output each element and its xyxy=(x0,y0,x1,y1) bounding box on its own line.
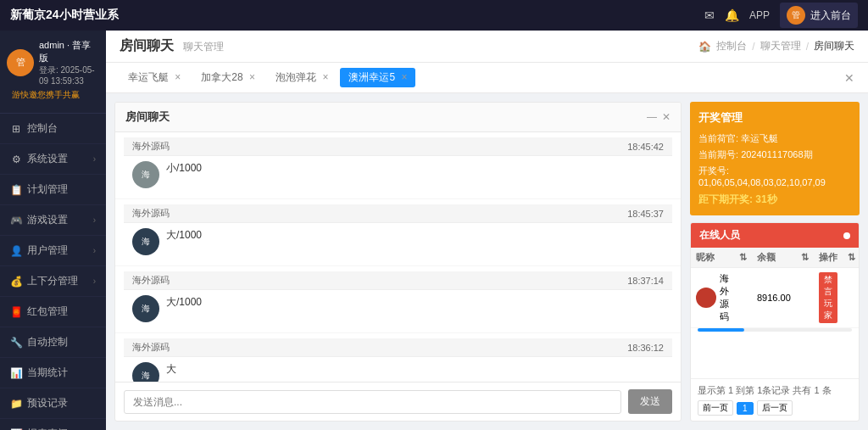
breadcrumb: 🏠 控制台 / 聊天管理 / 房间聊天 xyxy=(698,39,854,53)
content-area: 房间聊天 聊天管理 🏠 控制台 / 聊天管理 / 房间聊天 幸运飞艇 × 加拿大… xyxy=(106,31,868,430)
online-users-panel: 在线人员 昵称 ⇅ 余额 ⇅ 操作 xyxy=(690,222,860,422)
tab-close-icon[interactable]: × xyxy=(322,71,328,83)
tab-aozhouxingyun5[interactable]: 澳洲幸运5 × xyxy=(340,68,415,87)
online-status-dot xyxy=(843,232,850,239)
page-title: 房间聊天 xyxy=(120,38,174,53)
mute-player-btn[interactable]: 禁言玩家 xyxy=(819,272,837,323)
page-header: 房间聊天 聊天管理 🏠 控制台 / 聊天管理 / 房间聊天 xyxy=(106,31,868,63)
msg-time-1: 18:45:42 xyxy=(627,142,664,152)
online-user-row-1: 海外源码 8916.00 禁言玩家 xyxy=(691,268,859,328)
online-user-avatar xyxy=(696,288,716,308)
open-mgmt-numbers: 开奖号: 01,06,05,04,08,03,02,10,07,09 xyxy=(698,165,851,187)
sidebar-user-info: 管 admin · 普享版 登录: 2025-05-09 13:59:33 xyxy=(7,39,99,86)
tab-close-icon[interactable]: × xyxy=(175,71,181,83)
sidebar-item-redpacket[interactable]: 🧧 红包管理 xyxy=(0,297,106,327)
msg-content-2: 大/1000 xyxy=(166,228,664,243)
chat-message-1: 海外源码 18:45:42 海 小/1000 xyxy=(115,132,681,199)
breadcrumb-item-1[interactable]: 控制台 xyxy=(716,39,747,53)
sidebar-item-label: 游戏设置 xyxy=(27,213,68,227)
sidebar-item-game-settings[interactable]: 🎮 游戏设置 › xyxy=(0,205,106,236)
system-icon: ⚙ xyxy=(10,154,22,165)
user-name-cell: 海外源码 xyxy=(691,268,734,328)
msg-content-4: 大 xyxy=(166,362,664,377)
dashboard-icon: ⊞ xyxy=(10,123,22,135)
sidebar-item-label: 当期统计 xyxy=(27,366,68,380)
sidebar-item-points[interactable]: 💰 上下分管理 › xyxy=(0,266,106,297)
points-icon: 💰 xyxy=(10,276,22,288)
current-page: 1 xyxy=(737,402,754,415)
close-icon[interactable]: ✕ xyxy=(662,111,670,123)
tab-xingyunfeiting[interactable]: 幸运飞艇 × xyxy=(120,68,189,87)
sidebar-item-auto-control[interactable]: 🔧 自动控制 xyxy=(0,327,106,358)
msg-text-1: 小/1000 xyxy=(166,161,664,176)
col-header-sort2: ⇅ xyxy=(796,248,814,268)
sidebar-item-label: 红包管理 xyxy=(27,304,68,319)
sidebar-item-label: 自动控制 xyxy=(27,335,68,349)
sidebar-avatar: 管 xyxy=(7,49,34,76)
chat-message-4: 海外源码 18:36:12 海 大 xyxy=(115,333,681,382)
sidebar-item-system[interactable]: ⚙ 系统设置 › xyxy=(0,144,106,175)
col-header-sort3: ⇅ xyxy=(843,248,859,268)
sidebar-item-dashboard[interactable]: ⊞ 控制台 xyxy=(0,114,106,144)
breadcrumb-home-icon: 🏠 xyxy=(698,41,711,53)
sidebar-item-label: 报表查阅 xyxy=(27,427,68,430)
msg-avatar-2: 海 xyxy=(132,228,159,255)
msg-text-2: 大/1000 xyxy=(166,228,664,243)
msg-avatar-3: 海 xyxy=(132,295,159,322)
app-label[interactable]: APP xyxy=(749,9,770,21)
breadcrumb-item-3: 房间聊天 xyxy=(814,39,854,53)
sidebar-item-period-stats[interactable]: 📊 当期统计 xyxy=(0,358,106,388)
stats-icon: 📊 xyxy=(10,367,22,379)
chat-input[interactable] xyxy=(124,390,621,414)
online-users-table: 昵称 ⇅ 余额 ⇅ 操作 ⇅ xyxy=(691,248,859,328)
right-panel: 开奖管理 当前荷官: 幸运飞艇 当前期号: 202401117068期 开奖号:… xyxy=(690,102,860,422)
email-icon[interactable]: ✉ xyxy=(704,8,715,22)
sidebar-promo: 游快邀您携手共赢 xyxy=(7,86,99,104)
chevron-right-icon: › xyxy=(93,246,96,255)
msg-section-1: 海外源码 xyxy=(132,140,170,153)
tab-canada28[interactable]: 加拿大28 × xyxy=(192,68,264,87)
send-message-btn[interactable]: 发送 xyxy=(628,389,672,414)
user-icon: 👤 xyxy=(10,245,22,257)
chat-panel-controls: — ✕ xyxy=(647,111,670,123)
sidebar-item-label: 上下分管理 xyxy=(27,274,78,288)
tab-close-icon[interactable]: × xyxy=(401,71,407,83)
open-mgmt-countdown: 距下期开奖: 31秒 xyxy=(698,193,851,207)
chat-panel: 房间聊天 — ✕ 海外源码 18:45:42 xyxy=(114,102,682,422)
next-page-btn[interactable]: 后一页 xyxy=(757,400,793,416)
online-users-title: 在线人员 xyxy=(699,228,740,243)
bell-icon[interactable]: 🔔 xyxy=(725,8,739,22)
chat-tabs: 幸运飞艇 × 加拿大28 × 泡泡弹花 × 澳洲幸运5 × ✕ xyxy=(106,63,868,93)
user-avatar: 管 xyxy=(787,6,805,25)
page-title-group: 房间聊天 聊天管理 xyxy=(120,37,224,55)
tab-paopodanhua[interactable]: 泡泡弹花 × xyxy=(267,68,337,87)
msg-content-1: 小/1000 xyxy=(166,161,664,176)
app-title: 新葡京24小时营业系 xyxy=(10,8,119,23)
sidebar-item-label: 预设记录 xyxy=(27,396,68,410)
msg-section-2: 海外源码 xyxy=(132,207,170,220)
sidebar-user-details: admin · 普享版 登录: 2025-05-09 13:59:33 xyxy=(39,39,99,86)
msg-time-3: 18:37:14 xyxy=(627,276,664,286)
page-subtitle: 聊天管理 xyxy=(183,41,224,53)
chat-messages: 海外源码 18:45:42 海 小/1000 xyxy=(115,132,681,382)
minimize-icon[interactable]: — xyxy=(647,111,657,123)
sidebar-item-reports[interactable]: 📈 报表查阅 › xyxy=(0,419,106,430)
topbar-right: ✉ 🔔 APP 管 进入前台 xyxy=(704,3,858,28)
sidebar-user: 管 admin · 普享版 登录: 2025-05-09 13:59:33 游快… xyxy=(0,31,106,114)
close-all-tabs-btn[interactable]: ✕ xyxy=(844,71,854,85)
sidebar-item-label: 控制台 xyxy=(27,121,58,136)
main-layout: 管 admin · 普享版 登录: 2025-05-09 13:59:33 游快… xyxy=(0,31,868,430)
user-balance-cell: 8916.00 xyxy=(752,268,796,328)
sidebar: 管 admin · 普享版 登录: 2025-05-09 13:59:33 游快… xyxy=(0,31,106,430)
sidebar-item-plan[interactable]: 📋 计划管理 xyxy=(0,175,106,205)
enter-frontend-btn[interactable]: 管 进入前台 xyxy=(780,3,858,28)
msg-section-3: 海外源码 xyxy=(132,274,170,287)
sidebar-item-period-records[interactable]: 📁 预设记录 xyxy=(0,388,106,419)
breadcrumb-item-2[interactable]: 聊天管理 xyxy=(760,39,801,53)
prev-page-btn[interactable]: 前一页 xyxy=(698,400,733,416)
tab-close-icon[interactable]: × xyxy=(249,71,255,83)
chevron-right-icon: › xyxy=(93,154,96,164)
sidebar-item-user-mgmt[interactable]: 👤 用户管理 › xyxy=(0,236,106,266)
user-action-cell: 禁言玩家 xyxy=(814,268,843,328)
col-header-name: 昵称 xyxy=(691,248,734,268)
